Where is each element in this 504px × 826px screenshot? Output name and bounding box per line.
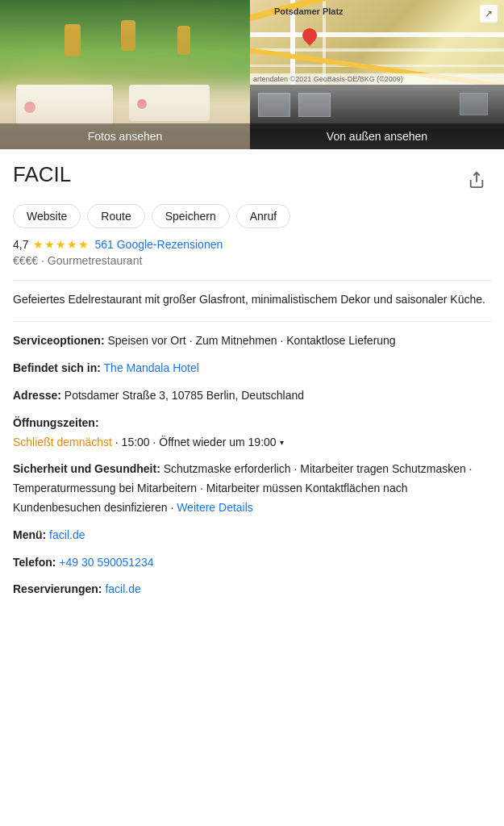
map-copyright: artendaten ©2021 GeoBasis-DE/BKG (©2009)	[250, 73, 504, 85]
street-view-label: Von außen ansehen	[250, 123, 504, 149]
service-options-row: Serviceoptionen: Speisen vor Ort · Zum M…	[13, 332, 491, 351]
health-label: Sicherheit und Gesundheit:	[13, 462, 160, 475]
service-options-text: Speisen vor Ort · Zum Mitnehmen · Kontak…	[107, 334, 395, 347]
category-row: €€€€ · Gourmetrestaurant	[13, 254, 491, 267]
category-separator: ·	[41, 254, 48, 267]
map-thumbnail[interactable]: Potsdamer Platz ↗ artendaten ©2021 GeoBa…	[250, 0, 504, 85]
save-button[interactable]: Speichern	[152, 204, 230, 228]
location-link[interactable]: The Mandala Hotel	[104, 361, 199, 374]
description: Gefeiertes Edelrestaurant mit großer Gla…	[13, 290, 491, 308]
phone-link[interactable]: +49 30 590051234	[59, 556, 153, 569]
map-potsdamer-label: Potsdamer Platz	[274, 6, 344, 16]
hours-expand-icon[interactable]: ▾	[280, 436, 284, 449]
price-range: €€€€	[13, 254, 38, 267]
menu-label: Menü:	[13, 528, 46, 541]
call-button[interactable]: Anruf	[236, 204, 290, 228]
street-view-thumbnail[interactable]: Von außen ansehen	[250, 85, 504, 149]
rating-stars: ★★★★★	[33, 238, 90, 251]
category: Gourmetrestaurant	[48, 254, 143, 267]
menu-link[interactable]: facil.de	[49, 528, 85, 541]
map-pin	[302, 28, 317, 46]
address-text: Potsdamer Straße 3, 10785 Berlin, Deutsc…	[65, 389, 304, 402]
hours-row: Öffnungszeiten: Schließt demnächst · 15:…	[13, 414, 491, 453]
hero-section: Fotos ansehen Potsdamer Platz ↗ artendat…	[0, 0, 504, 149]
rating-number: 4,7	[13, 238, 28, 251]
interior-photo-label: Fotos ansehen	[0, 123, 250, 149]
service-options-label: Serviceoptionen:	[13, 334, 105, 347]
address-row: Adresse: Potsdamer Straße 3, 10785 Berli…	[13, 386, 491, 406]
phone-label: Telefon:	[13, 556, 56, 569]
location-row: Befindet sich in: The Mandala Hotel	[13, 359, 491, 378]
right-panel: Potsdamer Platz ↗ artendaten ©2021 GeoBa…	[250, 0, 504, 149]
hours-status: Schließt demnächst	[13, 436, 112, 448]
reviews-link[interactable]: 561 Google-Rezensionen	[94, 238, 223, 251]
title-row: FACIL	[13, 162, 491, 194]
website-button[interactable]: Website	[13, 204, 81, 228]
interior-photo[interactable]: Fotos ansehen	[0, 0, 250, 149]
map-expand-button[interactable]: ↗	[480, 5, 498, 23]
action-buttons: Website Route Speichern Anruf	[13, 204, 491, 228]
health-row: Sicherheit und Gesundheit: Schutzmaske e…	[13, 460, 491, 517]
hours-detail-text: · 15:00 · Öffnet wieder um 19:00	[115, 436, 277, 448]
phone-row: Telefon: +49 30 590051234	[13, 553, 491, 573]
location-label: Befindet sich in:	[13, 361, 101, 374]
rating-row: 4,7 ★★★★★ 561 Google-Rezensionen	[13, 238, 491, 251]
divider-2	[13, 321, 491, 322]
reservations-link[interactable]: facil.de	[105, 582, 140, 595]
reservations-label: Reservierungen:	[13, 582, 102, 595]
share-button[interactable]	[462, 165, 491, 194]
place-title: FACIL	[13, 162, 71, 187]
reservations-row: Reservierungen: facil.de	[13, 580, 491, 599]
hours-label: Öffnungszeiten:	[13, 416, 99, 429]
info-section: Serviceoptionen: Speisen vor Ort · Zum M…	[13, 332, 491, 599]
health-more-link[interactable]: Weitere Details	[177, 501, 253, 514]
menu-row: Menü: facil.de	[13, 526, 491, 545]
main-content: FACIL Website Route Speichern Anruf 4,7 …	[0, 149, 504, 624]
divider-1	[13, 280, 491, 281]
route-button[interactable]: Route	[87, 204, 144, 228]
address-label: Adresse:	[13, 389, 61, 402]
